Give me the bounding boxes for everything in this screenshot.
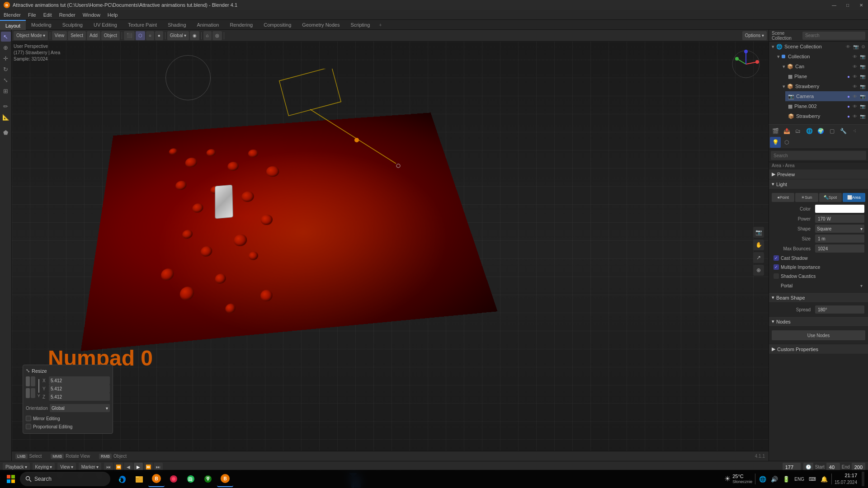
custom-props-section-header[interactable]: ▶ Custom Properties	[769, 344, 868, 354]
tool-add[interactable]: ⬟	[1, 127, 11, 137]
light-type-spot[interactable]: 🔦 Spot	[819, 193, 842, 202]
spread-value[interactable]: 180°	[815, 305, 864, 314]
menu-help[interactable]: Help	[104, 10, 122, 20]
shadow-caustics-row[interactable]: Shadow Caustics	[772, 272, 865, 281]
outliner-row-plane002[interactable]: ▦ Plane.002 ● 👁 📷	[785, 101, 868, 111]
eye-icon-sm[interactable]: 👁	[853, 114, 857, 119]
tab-texture-paint[interactable]: Texture Paint	[123, 20, 162, 30]
add-menu-btn[interactable]: Add	[87, 31, 100, 40]
power-value[interactable]: 170 W	[815, 215, 864, 223]
cast-shadow-checkbox[interactable]: ✓	[774, 255, 779, 261]
snap-btn[interactable]: ⌂	[203, 31, 212, 40]
viewport[interactable]: User Perspective (177) Strawberry | Area…	[12, 42, 769, 461]
tool-measure[interactable]: 📐	[1, 112, 11, 122]
tab-shading[interactable]: Shading	[162, 20, 191, 30]
beam-shape-section-header[interactable]: ▾ Beam Shape	[769, 293, 868, 303]
tab-layout[interactable]: Layout	[0, 20, 26, 30]
proportional-editing-row[interactable]: Proportional Editing	[26, 422, 110, 431]
tool-annotate[interactable]: ✏	[1, 101, 11, 111]
taskbar-edge[interactable]	[114, 471, 130, 487]
prop-tab-modifier[interactable]: 🔧	[838, 126, 849, 136]
tab-animation[interactable]: Animation	[192, 20, 225, 30]
tool-scale[interactable]: ⤡	[1, 75, 11, 85]
render-icon-col[interactable]: 📷	[860, 54, 865, 59]
proportional-edit-btn[interactable]: ◎	[212, 31, 222, 40]
zoom-camera-btn[interactable]: 📷	[753, 227, 764, 238]
maximize-button[interactable]: □	[841, 0, 854, 10]
color-swatch[interactable]	[815, 205, 864, 213]
outliner-row-camera[interactable]: 📷 Camera ● 👁 📷	[785, 91, 868, 101]
taskbar-explorer[interactable]	[131, 471, 147, 487]
tray-battery[interactable]: 🔋	[782, 475, 791, 483]
menu-file[interactable]: File	[24, 10, 40, 20]
outliner-row-strawberry-mesh[interactable]: 📦 Strawberry ● 👁 📷	[785, 111, 868, 121]
taskbar-search[interactable]: Search	[20, 472, 110, 486]
weather-widget[interactable]: ☀ 25°C Słonecznie	[724, 473, 752, 485]
pan-btn[interactable]: ✋	[753, 239, 764, 250]
preview-section-header[interactable]: ▶ Preview	[769, 169, 868, 179]
viewport-shading-render[interactable]: ●	[155, 31, 163, 40]
mat-icon-cam[interactable]: ●	[847, 94, 850, 99]
light-section-header[interactable]: ▾ Light	[769, 179, 868, 189]
eye-icon-can[interactable]: 👁	[853, 64, 857, 69]
size-value[interactable]: 1 m	[815, 235, 864, 243]
light-type-sun[interactable]: ☀ Sun	[795, 193, 818, 202]
viewport-shading-btn[interactable]: ⬛	[124, 31, 135, 40]
mat-icon-sm[interactable]: ●	[847, 114, 850, 119]
options-btn[interactable]: Options ▾	[742, 31, 767, 40]
tab-geometry-nodes[interactable]: Geometry Nodes	[297, 20, 345, 30]
system-clock[interactable]: 21:17 15.07.2024	[835, 472, 857, 485]
shape-dropdown[interactable]: Square ▾	[815, 225, 864, 233]
orientation-dropdown[interactable]: Global ▾	[50, 404, 110, 412]
prop-tab-material[interactable]: ⬡	[781, 137, 792, 148]
tool-cursor[interactable]: ⊕	[1, 42, 11, 52]
prop-search-input[interactable]	[771, 151, 866, 160]
mirror-editing-row[interactable]: Mirror Editing	[26, 414, 110, 422]
taskbar-spotify[interactable]	[183, 471, 199, 487]
prop-tab-render[interactable]: 🎬	[770, 126, 781, 136]
eye-icon-p002[interactable]: 👁	[853, 104, 857, 109]
taskbar-blender[interactable]: B	[148, 471, 165, 487]
taskbar-app7[interactable]: B	[217, 471, 233, 487]
multiple-importance-checkbox[interactable]: ✓	[774, 264, 779, 270]
taskbar-app4[interactable]	[165, 471, 182, 487]
cast-shadow-row[interactable]: ✓ Cast Shadow	[772, 253, 865, 263]
light-type-point[interactable]: ● Point	[772, 193, 794, 202]
menu-render[interactable]: Render	[56, 10, 79, 20]
prop-tab-view-layer[interactable]: 🗂	[793, 126, 803, 136]
prop-tab-particles[interactable]: ⁖	[849, 126, 860, 136]
tab-modeling[interactable]: Modeling	[26, 20, 57, 30]
render-icon-sm[interactable]: 📷	[860, 114, 865, 119]
menu-edit[interactable]: Edit	[40, 10, 56, 20]
visible-icon-scene[interactable]: ⚙	[861, 44, 865, 49]
use-nodes-button[interactable]: Use Nodes	[772, 330, 865, 340]
orbit-btn[interactable]: ↗	[753, 252, 764, 263]
multiple-importance-row[interactable]: ✓ Multiple Importance	[772, 263, 865, 272]
nodes-section-header[interactable]: ▾ Nodes	[769, 317, 868, 327]
outliner-row-plane[interactable]: ▦ Plane ● 👁 📷	[785, 71, 868, 81]
eye-icon-col[interactable]: 👁	[853, 54, 857, 59]
render-icon-plane[interactable]: 📷	[860, 74, 865, 79]
global-orientation-dropdown[interactable]: Global ▾	[167, 31, 189, 40]
render-icon-p002[interactable]: 📷	[860, 104, 865, 109]
zoom-btn[interactable]: ⊕	[753, 265, 764, 276]
render-icon-cam[interactable]: 📷	[860, 94, 865, 99]
shadow-caustics-checkbox[interactable]	[774, 273, 779, 279]
outliner-row-collection[interactable]: ▾ Collection 👁 📷	[774, 52, 868, 61]
pivot-btn[interactable]: ◉	[190, 31, 199, 40]
z-value-field[interactable]	[49, 393, 110, 401]
max-bounces-value[interactable]: 1024	[815, 244, 864, 253]
mirror-editing-checkbox[interactable]	[26, 416, 31, 421]
tray-keyboard[interactable]: ⌨	[808, 475, 817, 483]
tab-compositing[interactable]: Compositing	[258, 20, 297, 30]
viewport-shading-solid[interactable]: ⬡	[136, 31, 145, 40]
select-menu-btn[interactable]: Select	[68, 31, 86, 40]
eye-icon-plane[interactable]: 👁	[853, 74, 857, 79]
minimize-button[interactable]: —	[827, 0, 841, 10]
tool-transform[interactable]: ⊞	[1, 86, 11, 96]
add-workspace-button[interactable]: +	[375, 22, 385, 28]
tool-move[interactable]: ✛	[1, 53, 11, 63]
y-value-field[interactable]	[49, 385, 110, 393]
outliner-row-can[interactable]: ▾ 📦 Can 👁 📷	[780, 61, 868, 71]
close-button[interactable]: ✕	[854, 0, 868, 10]
